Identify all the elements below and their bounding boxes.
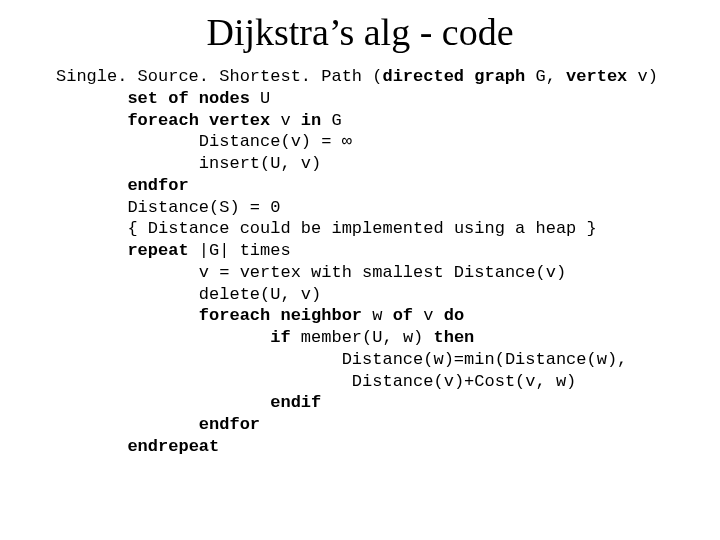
slide-title: Dijkstra’s alg - code [0,10,720,54]
code-line-8: { Distance could be implemented using a … [56,219,597,238]
code-line-18: endrepeat [56,437,219,456]
code-line-12: foreach neighbor w of v do [56,306,464,325]
code-line-16: endif [56,393,321,412]
code-line-17: endfor [56,415,260,434]
code-line-1: Single. Source. Shortest. Path (directed… [56,67,658,86]
code-line-5: insert(U, v) [56,154,321,173]
code-line-4: Distance(v) = ∞ [56,132,352,151]
code-line-9: repeat |G| times [56,241,291,260]
code-line-3: foreach vertex v in G [56,111,342,130]
code-line-7: Distance(S) = 0 [56,198,280,217]
slide: Dijkstra’s alg - code Single. Source. Sh… [0,0,720,540]
code-line-2: set of nodes U [56,89,270,108]
code-line-13: if member(U, w) then [56,328,474,347]
code-line-10: v = vertex with smallest Distance(v) [56,263,566,282]
code-line-6: endfor [56,176,189,195]
code-block: Single. Source. Shortest. Path (directed… [0,66,720,458]
code-line-15: Distance(v)+Cost(v, w) [56,372,576,391]
code-line-14: Distance(w)=min(Distance(w), [56,350,627,369]
code-line-11: delete(U, v) [56,285,321,304]
